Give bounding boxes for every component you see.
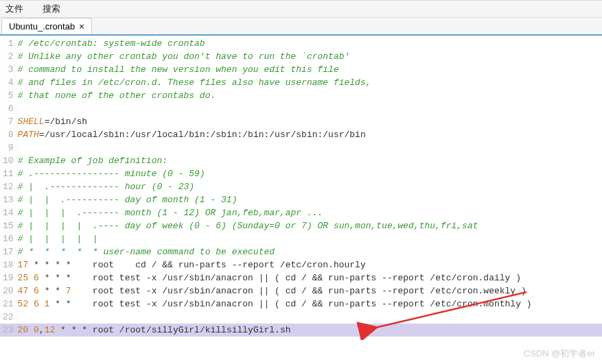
code-line: SHELL=/bin/sh bbox=[18, 115, 602, 128]
tab-label: Ubuntu_.crontab bbox=[9, 21, 75, 32]
code-line: # that none of the other crontabs do. bbox=[18, 89, 602, 102]
code-line: 52 6 1 * * root test -x /usr/sbin/anacro… bbox=[18, 298, 602, 311]
code-line: PATH=/usr/local/sbin:/usr/local/bin:/sbi… bbox=[18, 128, 602, 141]
code-line: 17 * * * * root cd / && run-parts --repo… bbox=[18, 258, 602, 271]
code-line: # and files in /etc/cron.d. These files … bbox=[18, 76, 602, 89]
menubar: 文件 搜索 bbox=[0, 0, 602, 18]
code-line: # | .------------- hour (0 - 23) bbox=[18, 180, 602, 193]
menu-file[interactable]: 文件 bbox=[5, 3, 23, 14]
code-line: # Example of job definition: bbox=[18, 154, 602, 167]
watermark: CSDN @初学者er bbox=[524, 348, 595, 360]
code-line: # | | | | | bbox=[18, 232, 602, 245]
close-icon[interactable]: × bbox=[79, 21, 84, 32]
code-line: # | | .---------- day of month (1 - 31) bbox=[18, 193, 602, 206]
code-line: # .---------------- minute (0 - 59) bbox=[18, 167, 602, 180]
line-gutter: 1234567891011121314151617181920212223 bbox=[0, 36, 18, 338]
code-line: 20 0,12 * * * root /root/sillyGirl/kills… bbox=[18, 324, 602, 337]
code-line: # command to install the new version whe… bbox=[18, 63, 602, 76]
code-line: # * * * * * user-name command to be exec… bbox=[18, 245, 602, 258]
code-line bbox=[18, 141, 602, 154]
code-line: # | | | | .---- day of week (0 - 6) (Sun… bbox=[18, 219, 602, 232]
code-line bbox=[18, 102, 602, 115]
code-line: # /etc/crontab: system-wide crontab bbox=[18, 37, 602, 50]
code-line: 25 6 * * * root test -x /usr/sbin/anacro… bbox=[18, 271, 602, 284]
editor-area: 1234567891011121314151617181920212223 # … bbox=[0, 36, 602, 338]
menu-search[interactable]: 搜索 bbox=[43, 3, 60, 14]
code-line: 47 6 * * 7 root test -x /usr/sbin/anacro… bbox=[18, 284, 602, 298]
code-area[interactable]: # /etc/crontab: system-wide crontab# Unl… bbox=[18, 36, 602, 338]
tab-bar: Ubuntu_.crontab × bbox=[0, 18, 602, 36]
code-line: # Unlike any other crontab you don't hav… bbox=[18, 50, 602, 63]
code-line bbox=[18, 311, 602, 324]
tab-ubuntu-crontab[interactable]: Ubuntu_.crontab × bbox=[1, 18, 92, 34]
code-line: # | | | .------- month (1 - 12) OR jan,f… bbox=[18, 206, 602, 219]
